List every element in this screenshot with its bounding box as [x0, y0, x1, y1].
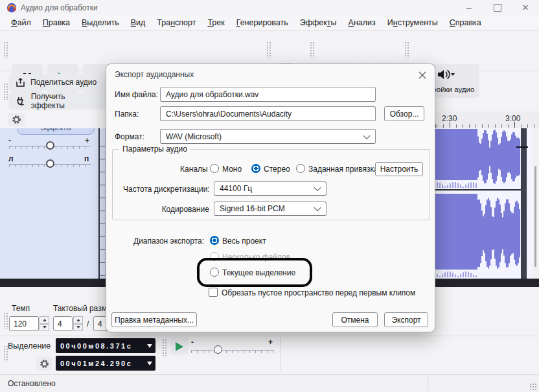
stereo-radio[interactable]	[251, 164, 260, 173]
vertical-scrollbar-thumb[interactable]	[534, 166, 536, 267]
audio-setup-grip[interactable]	[404, 41, 409, 58]
play-speed-ticks	[191, 351, 274, 353]
folder-label: Папка:	[115, 110, 139, 119]
current-selection-radio[interactable]	[210, 268, 219, 277]
tempo-spinner[interactable]	[40, 316, 49, 331]
trim-whitespace-label[interactable]: Обрезать пустое пространство перед первы…	[222, 288, 415, 297]
format-label: Формат:	[115, 132, 144, 141]
time-signature-numerator[interactable]: 4	[53, 316, 73, 331]
stereo-label[interactable]: Стерео	[264, 165, 290, 174]
menu-item[interactable]: Трек	[201, 16, 230, 30]
vertical-scale	[100, 128, 106, 279]
current-selection-label[interactable]: Текущее выделение	[222, 268, 295, 277]
custom-mapping-label[interactable]: Заданная привязка	[308, 165, 378, 174]
edit-metadata-button[interactable]: Правка метаданных...	[111, 312, 197, 327]
speaker-icon	[435, 67, 455, 82]
export-dialog: Экспорт аудиоданных Имя файла: Аудио для…	[106, 63, 435, 332]
gear-icon	[12, 115, 21, 124]
pan-right-label: п	[84, 154, 89, 163]
gain-slider-thumb[interactable]	[46, 141, 54, 150]
mono-label[interactable]: Моно	[222, 165, 242, 174]
minimize-button[interactable]: –	[456, 0, 482, 16]
pan-slider-thumb[interactable]	[46, 159, 54, 168]
selection-settings-button[interactable]	[36, 356, 52, 371]
dropdown-caret-icon[interactable]	[147, 344, 152, 348]
menu-item[interactable]: Генерировать	[231, 16, 294, 30]
menu-item[interactable]: Правка	[37, 16, 76, 30]
speed-max-label: +	[268, 338, 273, 347]
sample-rate-value: 44100 Гц	[220, 184, 252, 193]
track-effects-button[interactable]: Эффекты	[17, 128, 95, 135]
export-range-label: Диапазон экспорта:	[133, 236, 204, 246]
settings-button[interactable]	[8, 113, 25, 126]
tempo-input[interactable]: 120	[9, 316, 39, 331]
chevron-down-icon	[314, 184, 321, 191]
play-at-speed-button[interactable]	[170, 338, 188, 355]
play-speed-grip[interactable]	[162, 339, 167, 356]
vertical-scrollbar[interactable]	[533, 128, 539, 279]
cancel-button[interactable]: Отмена	[332, 312, 378, 327]
gain-max-label: +	[85, 136, 89, 145]
resize-grip[interactable]	[529, 383, 537, 391]
encoding-select[interactable]: Signed 16-bit PCM	[214, 202, 327, 216]
menu-item[interactable]: Вид	[125, 16, 152, 30]
ruler-major-tick	[514, 122, 515, 128]
custom-mapping-radio[interactable]	[296, 164, 305, 173]
file-name-label: Имя файла:	[115, 90, 158, 99]
maximize-icon	[494, 4, 501, 12]
menu-item[interactable]: Файл	[5, 16, 37, 30]
edit-toolbar-grip[interactable]	[310, 41, 315, 58]
encoding-value: Signed 16-bit PCM	[220, 204, 285, 213]
transport-toolbar-grip[interactable]	[3, 41, 8, 58]
dialog-title: Экспорт аудиоданных	[115, 70, 194, 79]
gear-icon	[40, 359, 49, 369]
multiple-files-label: Несколько файлов	[222, 253, 290, 262]
whole-project-label[interactable]: Весь проект	[222, 236, 266, 246]
format-select[interactable]: WAV (Microsoft)	[160, 129, 376, 144]
menu-item[interactable]: Инструменты	[382, 16, 444, 30]
close-button[interactable]: ×	[512, 0, 538, 16]
selection-end-value: 00ч01м24.290с	[60, 360, 132, 367]
maximize-button[interactable]	[485, 0, 510, 16]
sample-rate-select[interactable]: 44100 Гц	[214, 181, 327, 196]
timeline-ruler[interactable]: 2:30 3:00	[434, 111, 539, 129]
menu-item[interactable]: Анализ	[343, 16, 382, 30]
menu-item[interactable]: Справка	[444, 16, 487, 30]
whole-project-radio[interactable]	[210, 236, 219, 245]
tempo-label: Темп	[12, 304, 30, 313]
menu-item[interactable]: Выделить	[76, 16, 125, 30]
menubar: ФайлПравкаВыделитьВидТранспортТрекГенери…	[0, 16, 539, 30]
status-text: Остановлено	[8, 379, 56, 388]
selection-end-field[interactable]: 00ч01м24.290с	[56, 356, 155, 371]
dialog-close-icon[interactable]	[417, 70, 428, 80]
titlebar: Аудио для обработки – ×	[0, 0, 539, 16]
format-value: WAV (Microsoft)	[166, 132, 222, 141]
configure-button[interactable]: Настроить	[375, 162, 423, 176]
waveform-area[interactable]	[434, 128, 539, 279]
export-button[interactable]: Экспорт	[384, 312, 428, 327]
file-name-input[interactable]: Аудио для обработки.wav	[160, 87, 376, 102]
share-audio-button[interactable]: Поделиться аудио	[9, 74, 106, 91]
track-control-panel[interactable]: Эффекты - + л п	[0, 128, 98, 279]
menu-item[interactable]: Транспорт	[151, 16, 201, 30]
gain-min-label: -	[8, 136, 11, 145]
selection-start-field[interactable]: 00ч00м08.371с	[56, 338, 155, 353]
play-speed-thumb[interactable]	[214, 345, 222, 354]
tools-toolbar-grip[interactable]	[266, 41, 271, 58]
trim-whitespace-checkbox[interactable]	[209, 288, 218, 297]
time-toolbar-grip[interactable]	[3, 312, 8, 329]
browse-button[interactable]: Обзор...	[384, 106, 424, 121]
menu-item[interactable]: Эффекты	[294, 16, 343, 30]
get-effects-button[interactable]: Получить эффекты	[9, 93, 106, 110]
chevron-down-icon	[363, 132, 370, 139]
time-signature-spinner[interactable]	[73, 316, 83, 331]
play-at-speed-icon	[176, 342, 183, 351]
mono-radio[interactable]	[210, 164, 219, 173]
chevron-down-icon	[314, 204, 321, 211]
plug-icon	[16, 96, 26, 106]
dropdown-caret-icon[interactable]	[147, 362, 152, 365]
share-toolbar-grip[interactable]	[3, 83, 8, 100]
encoding-label: Кодирование	[123, 205, 209, 214]
statusbar-divider	[428, 376, 428, 391]
folder-input[interactable]: C:\Users\ohrau\Documents\Audacity	[160, 106, 376, 121]
